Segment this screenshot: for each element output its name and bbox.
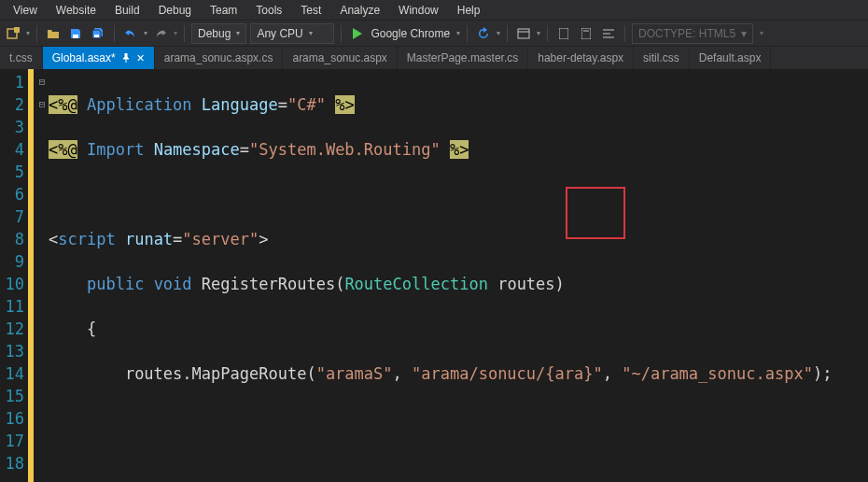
tab-label: sitil.css bbox=[643, 51, 679, 64]
pin-icon[interactable] bbox=[121, 53, 131, 63]
svg-rect-1 bbox=[14, 27, 20, 33]
angle-bracket: < bbox=[49, 230, 58, 248]
fold-gutter: ⊟⊟ bbox=[35, 69, 49, 482]
new-project-icon[interactable] bbox=[4, 24, 22, 43]
comma-token: , bbox=[603, 364, 622, 383]
tab-label: arama_sonuc.aspx bbox=[292, 51, 386, 64]
directive-open: <%@ bbox=[49, 140, 77, 159]
identifier: routes bbox=[125, 364, 182, 383]
space bbox=[144, 275, 153, 293]
equals-token: = bbox=[240, 140, 249, 159]
toolbar-separator bbox=[547, 25, 548, 42]
tab-tcss[interactable]: t.css bbox=[0, 47, 43, 69]
string-literal: "aramaS" bbox=[316, 364, 393, 383]
space bbox=[488, 275, 497, 293]
toolbar: ▾ ▾ ▾ Debug▾ Any CPU▾ Google Chrome ▾ ▾ … bbox=[0, 21, 868, 47]
directive-name: Application bbox=[87, 95, 192, 114]
equals-token: = bbox=[173, 230, 182, 248]
browser-label[interactable]: Google Chrome bbox=[371, 27, 450, 40]
tab-label: Default.aspx bbox=[699, 51, 762, 64]
keyword: public bbox=[87, 275, 144, 293]
directive-close: %> bbox=[335, 95, 354, 114]
attr-name: Namespace bbox=[154, 140, 240, 159]
play-icon[interactable] bbox=[348, 24, 367, 43]
angle-bracket: > bbox=[259, 230, 268, 248]
string-literal: "arama/sonucu/{ara}" bbox=[412, 364, 603, 383]
chevron-down-icon: ▾ bbox=[741, 27, 747, 40]
tab-masterpage[interactable]: MasterPage.master.cs bbox=[398, 47, 528, 69]
menu-website[interactable]: Website bbox=[47, 2, 105, 19]
tab-default-aspx[interactable]: Default.aspx bbox=[690, 47, 772, 69]
close-icon[interactable]: ✕ bbox=[136, 52, 145, 64]
toolbar-separator bbox=[36, 25, 37, 42]
menu-analyze[interactable]: Analyze bbox=[330, 2, 389, 19]
menu-test[interactable]: Test bbox=[291, 2, 330, 19]
refresh-icon[interactable] bbox=[474, 24, 493, 43]
save-icon[interactable] bbox=[66, 24, 85, 43]
comma-token: , bbox=[393, 364, 412, 383]
toolbar-separator bbox=[624, 25, 625, 42]
doctype-dropdown[interactable]: DOCTYPE: HTML5▾ bbox=[632, 23, 753, 44]
equals-token: = bbox=[278, 95, 287, 114]
brace: { bbox=[87, 319, 96, 338]
tab-arama-sonuc-cs[interactable]: arama_sonuc.aspx.cs bbox=[155, 47, 284, 69]
attr-name: runat bbox=[125, 230, 173, 248]
doc-icon[interactable] bbox=[554, 24, 573, 43]
redo-icon[interactable] bbox=[151, 24, 170, 43]
open-paren: ( bbox=[306, 364, 315, 383]
tab-global-asax[interactable]: Global.asax* ✕ bbox=[43, 47, 155, 69]
space bbox=[192, 275, 202, 293]
toolbar-separator bbox=[507, 25, 508, 42]
open-paren: ( bbox=[335, 275, 344, 293]
config-label: Debug bbox=[198, 27, 231, 40]
tab-haber-detay[interactable]: haber-detay.aspx bbox=[528, 47, 634, 69]
close-paren: ) bbox=[555, 275, 565, 293]
tab-arama-sonuc-aspx[interactable]: arama_sonuc.aspx bbox=[283, 47, 397, 69]
directive-close: %> bbox=[450, 140, 469, 159]
change-marker bbox=[28, 69, 34, 482]
tab-sitil-css[interactable]: sitil.css bbox=[634, 47, 690, 69]
toolbar-separator bbox=[184, 25, 185, 42]
menu-team[interactable]: Team bbox=[201, 2, 246, 19]
type-name: RouteCollection bbox=[344, 275, 488, 293]
platform-label: Any CPU bbox=[257, 27, 302, 40]
svg-rect-2 bbox=[73, 35, 78, 38]
menu-debug[interactable]: Debug bbox=[149, 2, 201, 19]
browser-link-icon[interactable] bbox=[514, 24, 533, 43]
tab-label: Global.asax* bbox=[52, 51, 116, 64]
tab-label: t.css bbox=[9, 51, 33, 64]
tab-label: haber-detay.aspx bbox=[538, 51, 623, 64]
config-dropdown[interactable]: Debug▾ bbox=[191, 23, 246, 44]
tab-label: MasterPage.master.cs bbox=[407, 51, 518, 64]
menu-tools[interactable]: Tools bbox=[246, 2, 291, 19]
svg-rect-6 bbox=[559, 28, 568, 39]
toolbar-separator bbox=[114, 25, 115, 42]
undo-icon[interactable] bbox=[121, 24, 140, 43]
format-icon[interactable] bbox=[599, 24, 618, 43]
code-area[interactable]: <%@ Application Language="C#" %> <%@ Imp… bbox=[49, 69, 868, 482]
platform-dropdown[interactable]: Any CPU▾ bbox=[250, 23, 334, 44]
attr-value: "C#" bbox=[287, 95, 326, 114]
code-editor[interactable]: 123456789101112131415161718 ⊟⊟ <%@ Appli… bbox=[0, 69, 868, 482]
doc-icon-2[interactable] bbox=[577, 24, 595, 43]
menu-window[interactable]: Window bbox=[389, 2, 448, 19]
doctype-label: DOCTYPE: HTML5 bbox=[638, 27, 735, 40]
attr-value: "server" bbox=[182, 230, 259, 248]
string-literal: "~/arama_sonuc.aspx" bbox=[622, 364, 813, 383]
toolbar-separator bbox=[341, 25, 342, 42]
close-paren: ) bbox=[813, 364, 822, 383]
menu-bar: View Website Build Debug Team Tools Test… bbox=[0, 0, 868, 21]
line-number-gutter: 123456789101112131415161718 bbox=[0, 69, 28, 482]
menu-help[interactable]: Help bbox=[448, 2, 490, 19]
menu-view[interactable]: View bbox=[4, 2, 47, 19]
chevron-down-icon: ▾ bbox=[309, 29, 313, 37]
open-file-icon[interactable] bbox=[44, 24, 63, 43]
save-all-icon[interactable] bbox=[89, 24, 107, 43]
dot-token: . bbox=[182, 364, 191, 383]
keyword: void bbox=[154, 275, 192, 293]
method-name: MapPageRoute bbox=[192, 364, 307, 383]
tab-strip: t.css Global.asax* ✕ arama_sonuc.aspx.cs… bbox=[0, 47, 868, 69]
space bbox=[116, 230, 125, 248]
menu-build[interactable]: Build bbox=[105, 2, 149, 19]
tag-name: script bbox=[58, 230, 115, 248]
